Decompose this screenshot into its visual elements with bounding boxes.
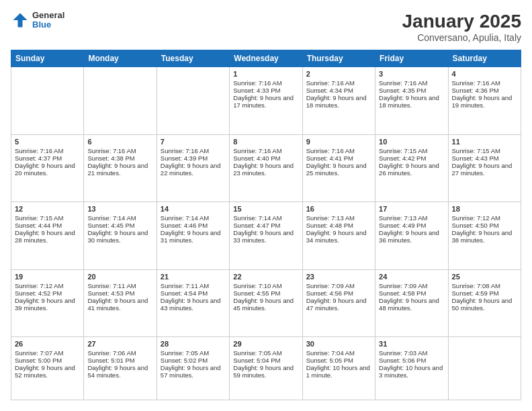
col-monday: Monday: [84, 50, 157, 67]
week-row-2: 5 Sunrise: 7:16 AM Sunset: 4:37 PM Dayli…: [11, 134, 521, 202]
table-row: [157, 67, 229, 135]
sunset-text: Sunset: 5:02 PM: [161, 357, 208, 364]
daylight-text: Daylight: 9 hours and 31 minutes.: [161, 229, 221, 244]
sunset-text: Sunset: 4:34 PM: [306, 87, 353, 94]
daylight-text: Daylight: 9 hours and 54 minutes.: [87, 364, 148, 379]
svg-marker-0: [13, 13, 28, 28]
table-row: 8 Sunrise: 7:16 AM Sunset: 4:40 PM Dayli…: [230, 134, 302, 202]
day-number: 31: [379, 340, 444, 348]
sunrise-text: Sunrise: 7:12 AM: [452, 214, 500, 222]
logo-icon: [11, 11, 30, 30]
page: General Blue January 2025 Conversano, Ap…: [0, 0, 532, 411]
table-row: 15 Sunrise: 7:14 AM Sunset: 4:47 PM Dayl…: [230, 202, 302, 270]
sunset-text: Sunset: 4:59 PM: [452, 289, 499, 297]
day-number: 6: [87, 138, 152, 146]
daylight-text: Daylight: 9 hours and 26 minutes.: [379, 162, 439, 177]
logo-general: General: [32, 11, 64, 20]
sunrise-text: Sunrise: 7:13 AM: [379, 214, 427, 222]
table-row: 30 Sunrise: 7:04 AM Sunset: 5:05 PM Dayl…: [302, 337, 375, 400]
table-row: 11 Sunrise: 7:15 AM Sunset: 4:43 PM Dayl…: [448, 134, 521, 202]
logo-text: General Blue: [32, 11, 64, 30]
table-row: 13 Sunrise: 7:14 AM Sunset: 4:45 PM Dayl…: [84, 202, 157, 270]
sunset-text: Sunset: 4:37 PM: [15, 154, 62, 162]
sunset-text: Sunset: 4:53 PM: [87, 289, 134, 297]
day-number: 19: [15, 273, 80, 281]
daylight-text: Daylight: 9 hours and 25 minutes.: [306, 162, 367, 177]
table-row: 6 Sunrise: 7:16 AM Sunset: 4:38 PM Dayli…: [84, 134, 157, 202]
table-row: 16 Sunrise: 7:13 AM Sunset: 4:48 PM Dayl…: [302, 202, 375, 270]
table-row: [448, 337, 521, 400]
sunset-text: Sunset: 5:04 PM: [233, 357, 280, 364]
table-row: 27 Sunrise: 7:06 AM Sunset: 5:01 PM Dayl…: [84, 337, 157, 400]
day-number: 26: [15, 340, 80, 348]
table-row: [11, 67, 84, 135]
sunset-text: Sunset: 4:52 PM: [15, 289, 62, 297]
logo: General Blue: [11, 11, 64, 30]
daylight-text: Daylight: 9 hours and 45 minutes.: [233, 297, 294, 312]
sunrise-text: Sunrise: 7:12 AM: [15, 282, 63, 289]
table-row: 25 Sunrise: 7:08 AM Sunset: 4:59 PM Dayl…: [448, 269, 521, 337]
sunset-text: Sunset: 4:47 PM: [233, 222, 280, 229]
day-number: 22: [233, 273, 298, 281]
day-number: 21: [161, 273, 226, 281]
table-row: 2 Sunrise: 7:16 AM Sunset: 4:34 PM Dayli…: [302, 67, 375, 135]
day-number: 30: [306, 340, 371, 348]
table-row: 18 Sunrise: 7:12 AM Sunset: 4:50 PM Dayl…: [448, 202, 521, 270]
sunset-text: Sunset: 4:39 PM: [161, 154, 208, 162]
daylight-text: Daylight: 9 hours and 19 minutes.: [452, 94, 513, 109]
sunset-text: Sunset: 4:36 PM: [452, 87, 499, 94]
sunset-text: Sunset: 5:06 PM: [379, 357, 426, 364]
day-number: 3: [379, 70, 444, 78]
table-row: 14 Sunrise: 7:14 AM Sunset: 4:46 PM Dayl…: [157, 202, 229, 270]
daylight-text: Daylight: 9 hours and 21 minutes.: [87, 162, 148, 177]
sunrise-text: Sunrise: 7:13 AM: [306, 214, 355, 222]
day-number: 2: [306, 70, 371, 78]
day-number: 16: [306, 205, 371, 213]
sunrise-text: Sunrise: 7:15 AM: [452, 147, 500, 154]
logo-blue: Blue: [32, 20, 64, 30]
daylight-text: Daylight: 10 hours and 3 minutes.: [379, 364, 443, 379]
table-row: 4 Sunrise: 7:16 AM Sunset: 4:36 PM Dayli…: [448, 67, 521, 135]
sunrise-text: Sunrise: 7:16 AM: [306, 79, 355, 87]
day-number: 14: [161, 205, 226, 213]
week-row-4: 19 Sunrise: 7:12 AM Sunset: 4:52 PM Dayl…: [11, 269, 521, 337]
sunrise-text: Sunrise: 7:11 AM: [161, 282, 209, 289]
table-row: 26 Sunrise: 7:07 AM Sunset: 5:00 PM Dayl…: [11, 337, 84, 400]
day-number: 5: [15, 138, 80, 146]
sunrise-text: Sunrise: 7:16 AM: [379, 79, 427, 87]
table-row: 23 Sunrise: 7:09 AM Sunset: 4:56 PM Dayl…: [302, 269, 375, 337]
calendar-table: Sunday Monday Tuesday Wednesday Thursday…: [11, 50, 521, 400]
table-row: 22 Sunrise: 7:10 AM Sunset: 4:55 PM Dayl…: [230, 269, 302, 337]
day-number: 24: [379, 273, 444, 281]
sunrise-text: Sunrise: 7:14 AM: [87, 214, 136, 222]
table-row: [84, 67, 157, 135]
day-number: 29: [233, 340, 298, 348]
day-number: 10: [379, 138, 444, 146]
table-row: 19 Sunrise: 7:12 AM Sunset: 4:52 PM Dayl…: [11, 269, 84, 337]
daylight-text: Daylight: 9 hours and 28 minutes.: [15, 229, 75, 244]
calendar-header-row: Sunday Monday Tuesday Wednesday Thursday…: [11, 50, 521, 67]
daylight-text: Daylight: 9 hours and 57 minutes.: [161, 364, 221, 379]
sunset-text: Sunset: 4:33 PM: [233, 87, 280, 94]
table-row: 10 Sunrise: 7:15 AM Sunset: 4:42 PM Dayl…: [375, 134, 448, 202]
sunset-text: Sunset: 5:00 PM: [15, 357, 62, 364]
sunrise-text: Sunrise: 7:16 AM: [452, 79, 500, 87]
daylight-text: Daylight: 9 hours and 18 minutes.: [379, 94, 439, 109]
page-subtitle: Conversano, Apulia, Italy: [402, 32, 521, 43]
sunset-text: Sunset: 4:56 PM: [306, 289, 353, 297]
sunrise-text: Sunrise: 7:15 AM: [379, 147, 427, 154]
sunset-text: Sunset: 4:46 PM: [161, 222, 208, 229]
daylight-text: Daylight: 9 hours and 34 minutes.: [306, 229, 367, 244]
col-friday: Friday: [375, 50, 448, 67]
sunset-text: Sunset: 4:49 PM: [379, 222, 426, 229]
col-sunday: Sunday: [11, 50, 84, 67]
sunrise-text: Sunrise: 7:09 AM: [306, 282, 355, 289]
table-row: 21 Sunrise: 7:11 AM Sunset: 4:54 PM Dayl…: [157, 269, 229, 337]
table-row: 5 Sunrise: 7:16 AM Sunset: 4:37 PM Dayli…: [11, 134, 84, 202]
sunset-text: Sunset: 4:45 PM: [87, 222, 134, 229]
sunrise-text: Sunrise: 7:10 AM: [233, 282, 281, 289]
table-row: 29 Sunrise: 7:05 AM Sunset: 5:04 PM Dayl…: [230, 337, 302, 400]
sunrise-text: Sunrise: 7:15 AM: [15, 214, 63, 222]
daylight-text: Daylight: 9 hours and 17 minutes.: [233, 94, 294, 109]
title-block: January 2025 Conversano, Apulia, Italy: [402, 11, 521, 43]
